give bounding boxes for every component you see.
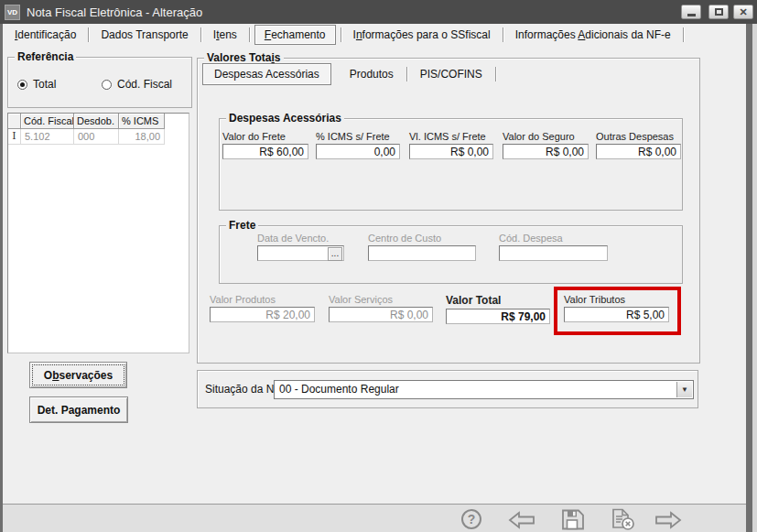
help-icon: ? [461,509,481,529]
valor-tributos-label: Valor Tributos [564,294,669,305]
icms-s-frete-pct-label: % ICMS s/ Frete [316,131,400,142]
current-row-marker-icon: I [8,129,21,145]
maximize-button[interactable] [708,5,729,19]
data-de-vencto-field[interactable]: ... [257,245,344,261]
radio-total-circle[interactable] [17,80,27,90]
save-icon [561,509,585,530]
valor-produtos-label: Valor Produtos [210,294,315,305]
close-icon: ✕ [739,7,747,17]
radio-cod-fiscal-circle[interactable] [102,80,112,90]
frete-group-label: Frete [226,219,258,232]
radio-cod-fiscal[interactable]: Cód. Fiscal [102,78,172,91]
valor-do-frete-label: Valor do Frete [222,131,308,142]
referencia-group: Referência Total Cód. Fiscal [7,57,192,108]
save-button[interactable] [561,509,585,530]
minimize-icon [687,14,696,16]
forward-arrow-icon [654,510,683,530]
observacoes-button[interactable]: Observações [29,362,127,388]
cancel-document-icon [611,508,636,531]
det-pagamento-button[interactable]: Det. Pagamento [29,396,128,423]
help-button[interactable]: ? [461,509,481,529]
vl-icms-s-frete-label: Vl. ICMS s/ Frete [409,131,493,142]
valores-tabstrip: Despesas Acessórias Produtos PIS/COFINS [202,63,496,85]
grid-header-cod-fiscal: Cód. Fiscal [21,114,74,129]
despesas-acessorias-group: Despesas Acessórias Valor do Frete R$ 60… [219,118,683,211]
radio-cod-fiscal-label: Cód. Fiscal [117,78,172,91]
grid-header-desdob: Desdob. [74,114,119,129]
cell-cod-fiscal: 5.102 [21,129,74,145]
valor-do-frete-field[interactable]: R$ 60,00 [222,144,308,159]
icms-s-frete-pct-field[interactable]: 0,00 [316,144,400,159]
tab-separator [495,67,496,81]
situacao-label: Situação da NF: [205,383,284,396]
tab-despesas-acessorias[interactable]: Despesas Acessórias [202,63,331,85]
combobox-dropdown-button[interactable]: ▼ [676,382,692,397]
despesas-acessorias-group-label: Despesas Acessórias [226,112,344,125]
titlebar: VD Nota Fiscal Eletrônica - Alteração ✕ [0,0,757,24]
radio-total-label: Total [33,78,56,91]
valores-totais-group: Valores Totais Despesas Acessórias Produ… [197,58,700,364]
valor-servicos-field: R$ 0,00 [329,307,433,322]
grid-header-row: Cód. Fiscal Desdob. % ICMS [8,114,189,129]
situacao-panel: Situação da NF: 00 - Documento Regular ▼ [197,370,698,408]
table-row[interactable]: I 5.102 000 18,00 [8,129,189,145]
referencia-group-label: Referência [15,50,76,63]
tab-itens[interactable]: Itens [201,26,249,44]
situacao-combobox[interactable]: 00 - Documento Regular ▼ [274,380,694,399]
tab-informacoes-adicionais-nfe[interactable]: Informações Adicionais da NF-e [503,26,683,44]
bottom-toolbar: ? [3,504,746,532]
cell-icms: 18,00 [119,129,165,145]
valor-servicos-label: Valor Serviços [329,294,433,305]
chevron-down-icon: ▼ [681,381,688,398]
window-border-right [746,24,752,532]
centro-de-custo-field[interactable] [368,245,476,261]
fiscal-codes-grid[interactable]: Cód. Fiscal Desdob. % ICMS I 5.102 000 1… [7,113,189,353]
tab-separator [249,27,250,42]
window-border-right-edge [752,24,757,532]
valor-do-seguro-field[interactable]: R$ 0,00 [503,144,589,159]
valor-total-label: Valor Total [446,294,550,307]
back-arrow-icon [507,510,536,530]
valor-do-seguro-label: Valor do Seguro [503,131,589,142]
cell-desdob: 000 [74,129,119,145]
nfe-window: VD Nota Fiscal Eletrônica - Alteração ✕ … [0,0,757,532]
grid-header-selector [8,114,21,129]
main-tabstrip: Identificação Dados Transporte Itens Fec… [3,24,746,45]
valores-totais-group-label: Valores Totais [204,51,284,64]
radio-total[interactable]: Total [17,78,56,91]
valor-tributos-field[interactable]: R$ 5,00 [564,307,669,322]
data-de-vencto-label: Data de Vencto. [257,233,344,244]
tab-pis-cofins[interactable]: PIS/COFINS [407,64,495,84]
vl-icms-s-frete-field[interactable]: R$ 0,00 [409,144,493,159]
valor-produtos-field: R$ 20,00 [210,307,315,322]
tab-informacoes-ssfiscal[interactable]: Informações para o SSfiscal [341,26,503,44]
cancel-document-button[interactable] [611,508,636,531]
centro-de-custo-label: Centro de Custo [368,233,476,244]
date-browse-button[interactable]: ... [328,247,342,261]
tab-identificacao[interactable]: Identificação [3,26,88,44]
tab-separator [683,27,684,42]
frete-group: Frete Data de Vencto. ... Centro de Cust… [219,225,683,284]
fechamento-page: Referência Total Cód. Fiscal Cód. Fiscal… [3,45,746,504]
tab-fechamento[interactable]: Fechamento [254,25,336,45]
outras-despesas-field[interactable]: R$ 0,00 [596,144,681,159]
window-title: Nota Fiscal Eletrônica - Alteração [27,5,202,19]
grid-header-icms: % ICMS [119,114,165,129]
minimize-button[interactable] [681,5,701,19]
tab-produtos[interactable]: Produtos [337,64,406,84]
previous-record-button[interactable] [507,510,536,530]
next-record-button[interactable] [654,510,683,530]
valor-total-field: R$ 79,00 [446,309,550,324]
close-button[interactable]: ✕ [733,5,753,19]
tab-dados-transporte[interactable]: Dados Transporte [89,26,200,44]
situacao-value: 00 - Documento Regular [279,383,399,396]
outras-despesas-label: Outras Despesas [596,131,681,142]
app-icon: VD [5,5,20,20]
maximize-icon [715,8,723,16]
cod-despesa-field[interactable] [499,245,608,261]
cod-despesa-label: Cód. Despesa [499,233,608,244]
